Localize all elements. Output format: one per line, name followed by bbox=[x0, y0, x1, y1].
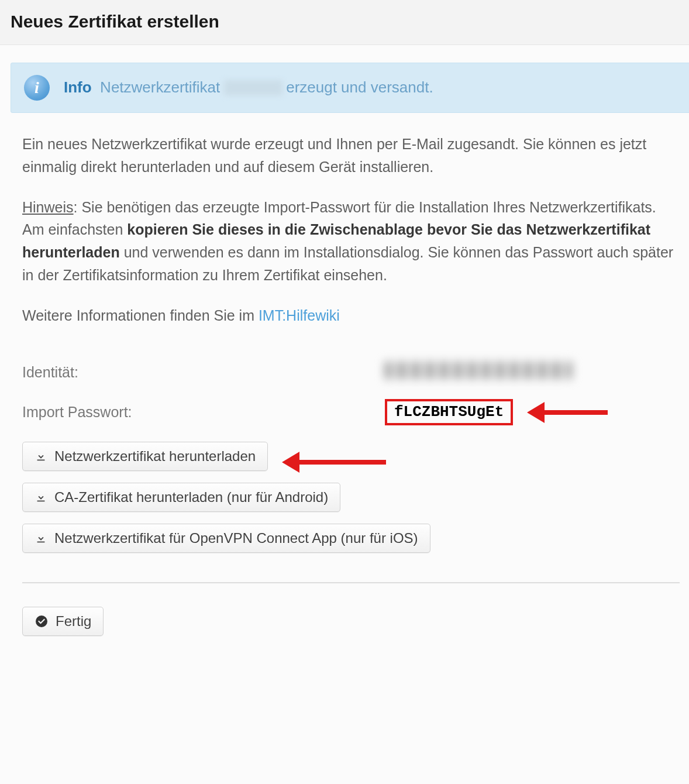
download-icon bbox=[35, 450, 47, 463]
hilfewiki-link[interactable]: IMT:Hilfewiki bbox=[259, 307, 340, 324]
check-circle-icon bbox=[35, 614, 49, 628]
arrow-annotation-password bbox=[527, 402, 608, 423]
done-label: Fertig bbox=[56, 613, 91, 630]
download-openvpn-cert-button[interactable]: Netzwerkzertifikat für OpenVPN Connect A… bbox=[22, 524, 430, 553]
info-alert: Info Netzwerkzertifikat erzeugt und vers… bbox=[11, 63, 689, 113]
download-icon bbox=[35, 532, 47, 545]
download-icon bbox=[35, 491, 47, 504]
redacted-cert-id bbox=[224, 80, 283, 95]
arrow-annotation-download bbox=[282, 452, 386, 473]
info-text-before: Netzwerkzertifikat bbox=[100, 78, 220, 96]
paragraph-hint: Hinweis: Sie benötigen das erzeugte Impo… bbox=[22, 196, 680, 287]
download-buttons: Netzwerkzertifikat herunterladen CA-Zert… bbox=[22, 442, 680, 565]
password-value-wrap: fLCZBHTSUgEt bbox=[385, 399, 608, 425]
footer-actions: Fertig bbox=[22, 607, 680, 648]
hint-label: Hinweis bbox=[22, 199, 74, 215]
download-network-cert-button[interactable]: Netzwerkzertifikat herunterladen bbox=[22, 442, 268, 471]
info-icon bbox=[24, 75, 50, 101]
download-network-cert-label: Netzwerkzertifikat herunterladen bbox=[54, 448, 256, 465]
download-openvpn-cert-label: Netzwerkzertifikat für OpenVPN Connect A… bbox=[54, 530, 418, 546]
hint-text-b: und verwenden es dann im Installationsdi… bbox=[22, 244, 673, 283]
identity-row: Identität: bbox=[22, 362, 680, 383]
password-row: Import Passwort: fLCZBHTSUgEt bbox=[22, 399, 680, 425]
download-ca-cert-button[interactable]: CA-Zertifikat herunterladen (nur für And… bbox=[22, 483, 340, 512]
info-text-after: erzeugt und versandt. bbox=[286, 78, 433, 96]
page-header: Neues Zertifikat erstellen bbox=[0, 0, 689, 45]
paragraph-moreinfo: Weitere Informationen finden Sie im IMT:… bbox=[22, 304, 680, 327]
password-label: Import Passwort: bbox=[22, 404, 385, 421]
page-title: Neues Zertifikat erstellen bbox=[11, 12, 678, 32]
done-button[interactable]: Fertig bbox=[22, 607, 104, 636]
redacted-identity bbox=[385, 362, 572, 379]
identity-label: Identität: bbox=[22, 364, 385, 381]
info-message: Info Netzwerkzertifikat erzeugt und vers… bbox=[64, 78, 433, 98]
import-password[interactable]: fLCZBHTSUgEt bbox=[385, 399, 513, 425]
identity-value bbox=[385, 362, 572, 383]
info-label: Info bbox=[64, 78, 92, 96]
moreinfo-text: Weitere Informationen finden Sie im bbox=[22, 307, 259, 324]
certificate-details: Identität: Import Passwort: fLCZBHTSUgEt bbox=[22, 362, 680, 425]
paragraph-intro: Ein neues Netzwerkzertifikat wurde erzeu… bbox=[22, 133, 680, 178]
separator bbox=[22, 582, 680, 583]
download-ca-cert-label: CA-Zertifikat herunterladen (nur für And… bbox=[54, 489, 328, 506]
